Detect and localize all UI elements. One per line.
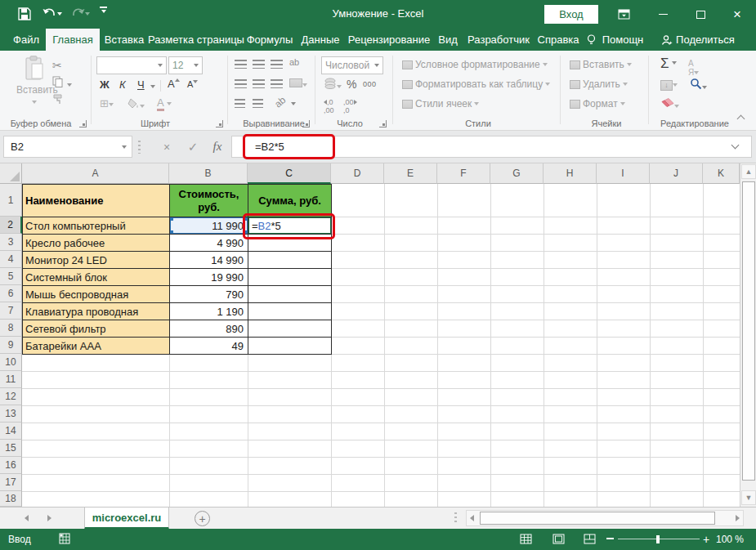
align-bottom-icon[interactable]	[271, 60, 283, 69]
wrap-text-icon[interactable]: ab	[289, 57, 299, 67]
collapse-ribbon-button[interactable]	[738, 116, 746, 123]
row-header-6[interactable]: 6	[0, 285, 22, 302]
redo-button[interactable]	[70, 7, 90, 21]
cell-b7[interactable]: 1 190	[170, 303, 248, 320]
row-header-5[interactable]: 5	[0, 268, 22, 285]
column-header-b[interactable]: B	[169, 163, 248, 184]
row-header-11[interactable]: 11	[0, 371, 22, 388]
comma-style-button[interactable]: 000	[363, 80, 377, 88]
row-header-7[interactable]: 7	[0, 302, 22, 320]
close-button[interactable]: ×	[718, 0, 756, 29]
zoom-level[interactable]: 100 %	[716, 534, 744, 545]
cell-c6[interactable]	[248, 286, 332, 303]
tab-developer[interactable]: Разработчик	[464, 29, 533, 51]
row-header-15[interactable]: 15	[0, 440, 22, 457]
ribbon-display-options-button[interactable]	[605, 0, 642, 29]
tab-review[interactable]: Рецензирование	[347, 29, 432, 51]
customize-qat-button[interactable]	[100, 7, 107, 21]
row-header-9[interactable]: 9	[0, 337, 22, 354]
insert-function-icon[interactable]: fx	[206, 136, 229, 158]
page-layout-view-icon[interactable]	[552, 534, 565, 547]
alignment-dialog-launcher[interactable]	[302, 120, 310, 127]
decrease-indent-icon[interactable]	[235, 99, 245, 108]
column-header-e[interactable]: E	[384, 163, 437, 184]
cell-c9[interactable]	[248, 338, 332, 355]
bold-button[interactable]: Ж	[100, 78, 110, 91]
format-as-table-button[interactable]: Форматировать как таблицу	[402, 78, 550, 90]
underline-dropdown[interactable]	[150, 85, 155, 88]
tab-insert[interactable]: Вставка	[103, 29, 145, 51]
find-select-icon[interactable]	[690, 78, 707, 92]
tab-home[interactable]: Главная	[46, 29, 100, 51]
share-button[interactable]: Поделиться	[675, 29, 736, 51]
clipboard-dialog-launcher[interactable]	[79, 120, 87, 127]
paste-button[interactable]: Вставить	[16, 56, 52, 107]
format-cells-button[interactable]: Формат	[570, 98, 625, 110]
orientation-dropdown[interactable]	[291, 102, 296, 105]
sheet-tab-active[interactable]: microexcel.ru	[84, 508, 169, 530]
cell-a3[interactable]: Кресло рабочее	[23, 235, 170, 252]
copy-icon[interactable]	[52, 76, 72, 90]
row-header-16[interactable]: 16	[0, 457, 22, 474]
cell-b6[interactable]: 790	[170, 286, 248, 303]
row-header-18[interactable]: 18	[0, 491, 22, 507]
cell-c8[interactable]	[248, 320, 332, 338]
underline-button[interactable]: Ч	[137, 78, 145, 91]
scroll-down-icon[interactable]: ▼	[741, 490, 756, 505]
decrease-decimal-icon[interactable]: ,00,0	[343, 98, 357, 114]
italic-button[interactable]: К	[119, 78, 126, 91]
cell-b5[interactable]: 19 990	[170, 269, 248, 286]
autosum-button[interactable]: Σ	[660, 56, 677, 72]
tellme-helper[interactable]: Помощн	[600, 29, 646, 51]
grow-font-button[interactable]: А	[168, 78, 180, 90]
cell-a7[interactable]: Клавиатура проводная	[23, 303, 170, 320]
increase-indent-icon[interactable]	[253, 99, 263, 108]
row-header-3[interactable]: 3	[0, 234, 22, 251]
cell-a6[interactable]: Мышь беспроводная	[23, 286, 170, 303]
cell-a4[interactable]: Монитор 24 LED	[23, 252, 170, 269]
orientation-icon[interactable]: ab	[272, 94, 288, 110]
sort-filter-icon[interactable]: АЯ	[688, 59, 699, 77]
hscroll-right-icon[interactable]	[736, 515, 740, 521]
cell-a2[interactable]: Стол компьютерный	[23, 217, 170, 235]
cell-a8[interactable]: Сетевой фильтр	[23, 320, 170, 338]
cell-c1[interactable]: Сумма, руб.	[248, 185, 332, 217]
cell-styles-button[interactable]: Стили ячеек	[402, 98, 479, 110]
column-header-i[interactable]: I	[597, 163, 650, 184]
format-painter-icon[interactable]	[52, 93, 65, 107]
borders-icon[interactable]: ⊞	[100, 97, 114, 110]
vertical-scroll-thumb[interactable]	[742, 181, 755, 481]
cancel-formula-icon[interactable]: ×	[155, 136, 178, 158]
fill-color-icon[interactable]	[127, 98, 145, 111]
tabbar-grip[interactable]	[454, 512, 457, 525]
name-box[interactable]: B2	[3, 136, 132, 158]
align-right-icon[interactable]	[271, 79, 283, 88]
column-header-a[interactable]: A	[22, 163, 169, 184]
zoom-out-icon[interactable]	[606, 538, 614, 539]
font-color-icon[interactable]: А	[157, 96, 172, 109]
cell-c5[interactable]	[248, 269, 332, 286]
number-format-select[interactable]: Числовой	[321, 56, 383, 74]
row-header-14[interactable]: 14	[0, 423, 22, 440]
cell-b2[interactable]: 11 990	[170, 217, 248, 235]
new-sheet-icon[interactable]: +	[195, 511, 210, 526]
shrink-font-button[interactable]: А	[187, 79, 198, 89]
align-center-icon[interactable]	[253, 79, 265, 88]
column-header-f[interactable]: F	[437, 163, 490, 184]
align-top-icon[interactable]	[235, 60, 247, 69]
tab-formulas[interactable]: Формулы	[245, 29, 294, 51]
minimize-button[interactable]	[644, 0, 682, 29]
font-name-select[interactable]	[96, 56, 167, 74]
fill-down-icon[interactable]: ↓	[660, 78, 678, 91]
macro-record-icon[interactable]	[59, 533, 70, 547]
horizontal-scrollbar[interactable]	[466, 510, 744, 526]
insert-cells-button[interactable]: Вставить	[570, 59, 632, 70]
cut-icon[interactable]: ✂	[52, 59, 62, 72]
cell-c4[interactable]	[248, 252, 332, 269]
row-header-8[interactable]: 8	[0, 320, 22, 337]
cell-b3[interactable]: 4 990	[170, 235, 248, 252]
align-left-icon[interactable]	[235, 79, 247, 88]
row-header-13[interactable]: 13	[0, 405, 22, 423]
accounting-format-icon[interactable]	[324, 78, 342, 92]
cell-b1[interactable]: Стоимость, руб.	[170, 185, 248, 217]
